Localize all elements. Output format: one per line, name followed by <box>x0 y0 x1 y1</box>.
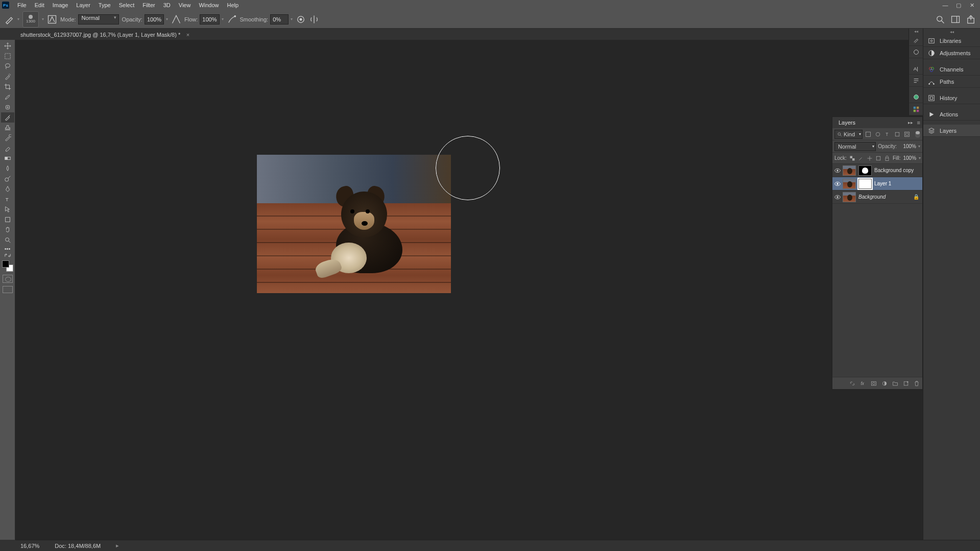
menu-edit[interactable]: Edit <box>31 2 49 8</box>
share-icon[interactable] <box>966 14 976 25</box>
move-tool[interactable] <box>1 41 14 51</box>
filter-shape-icon[interactable] <box>893 130 901 138</box>
status-flyout-icon[interactable]: ▸ <box>116 542 119 549</box>
smoothing-field[interactable]: 0% <box>270 14 289 25</box>
marquee-tool[interactable] <box>1 51 14 61</box>
healing-tool[interactable] <box>1 102 14 112</box>
layer-row[interactable]: Background 🔒 <box>832 190 922 204</box>
airbrush-icon[interactable] <box>227 14 237 25</box>
dock-layers[interactable]: Layers <box>923 125 980 137</box>
flow-field[interactable]: 100% <box>200 14 219 25</box>
type-tool[interactable]: T <box>1 194 14 204</box>
smoothing-options-icon[interactable] <box>296 14 306 25</box>
dodge-tool[interactable] <box>1 174 14 184</box>
layer-row[interactable]: Background copy <box>832 164 922 177</box>
menu-layer[interactable]: Layer <box>72 2 94 8</box>
panel-collapse-icon[interactable]: ▸▸ <box>908 120 913 125</box>
lock-position-icon[interactable] <box>867 155 873 162</box>
brush-settings-icon[interactable] <box>909 34 923 46</box>
layer-thumbnail[interactable] <box>843 192 856 202</box>
filter-type-icon[interactable]: T <box>883 130 892 138</box>
character-icon[interactable]: A| <box>909 62 923 75</box>
opacity-field[interactable]: 100% <box>145 14 164 25</box>
layer-thumbnail[interactable] <box>843 165 856 176</box>
mask-thumbnail[interactable] <box>858 179 872 189</box>
shape-tool[interactable] <box>1 214 14 225</box>
document-tab[interactable]: shutterstock_612937007.jpg @ 16,7% (Laye… <box>15 30 193 40</box>
history-brush-tool[interactable] <box>1 133 14 143</box>
lock-artboard-icon[interactable] <box>875 155 881 162</box>
delete-layer-icon[interactable] <box>913 380 920 387</box>
mask-thumbnail[interactable] <box>858 165 872 176</box>
paragraph-icon[interactable] <box>909 75 923 87</box>
fill-value[interactable]: 100% <box>903 155 916 161</box>
menu-view[interactable]: View <box>175 2 195 8</box>
dock-history[interactable]: History <box>923 92 980 104</box>
mini-dock-collapse[interactable]: ◂◂ <box>909 29 923 34</box>
filter-adjustment-icon[interactable] <box>874 130 882 138</box>
quick-mask-toggle[interactable] <box>3 275 13 283</box>
new-group-icon[interactable] <box>892 380 899 387</box>
menu-image[interactable]: Image <box>49 2 73 8</box>
visibility-toggle[interactable] <box>833 193 842 201</box>
opacity-value[interactable]: 100% <box>899 143 916 149</box>
zoom-tool[interactable] <box>1 235 14 245</box>
color-swatches[interactable] <box>2 260 13 272</box>
brush-tool[interactable] <box>1 112 14 123</box>
visibility-toggle[interactable] <box>833 166 842 175</box>
blur-tool[interactable] <box>1 163 14 174</box>
filter-pixel-icon[interactable] <box>864 130 872 138</box>
stamp-tool[interactable] <box>1 123 14 133</box>
menu-3d[interactable]: 3D <box>159 2 175 8</box>
dock-libraries[interactable]: Libraries <box>923 35 980 47</box>
swatches-icon[interactable] <box>909 103 923 115</box>
lock-all-icon[interactable] <box>884 155 890 162</box>
window-close[interactable]: ✕ <box>966 1 978 9</box>
symmetry-icon[interactable] <box>309 14 319 25</box>
layer-name[interactable]: Background copy <box>874 167 914 173</box>
layer-row[interactable]: Layer 1 <box>832 177 922 190</box>
lock-transparency-icon[interactable] <box>849 155 855 162</box>
menu-file[interactable]: File <box>13 2 31 8</box>
window-minimize[interactable]: — <box>939 1 951 9</box>
layers-tab[interactable]: Layers <box>835 119 858 126</box>
brushes-icon[interactable] <box>909 46 923 58</box>
filter-smart-icon[interactable] <box>903 130 911 138</box>
zoom-level[interactable]: 16,67% <box>20 543 39 549</box>
visibility-toggle[interactable] <box>833 180 842 188</box>
tool-preset-icon[interactable] <box>4 14 14 25</box>
window-maximize[interactable]: ▢ <box>952 1 965 9</box>
close-document-icon[interactable]: × <box>186 32 189 38</box>
layer-name[interactable]: Background <box>858 194 886 200</box>
layer-name[interactable]: Layer 1 <box>874 181 891 186</box>
link-layers-icon[interactable] <box>849 380 856 387</box>
workspace-icon[interactable] <box>950 14 961 25</box>
add-mask-icon[interactable] <box>870 380 877 387</box>
filter-toggle[interactable] <box>915 131 920 138</box>
dock-actions[interactable]: Actions <box>923 108 980 121</box>
right-dock-collapse[interactable]: ◂◂ <box>923 29 980 35</box>
pressure-opacity-icon[interactable] <box>171 14 181 25</box>
screen-mode-toggle[interactable] <box>3 286 13 293</box>
menu-select[interactable]: Select <box>115 2 139 8</box>
layer-style-icon[interactable]: fx <box>859 380 867 387</box>
foreground-color-swatch[interactable] <box>2 260 9 268</box>
color-icon[interactable] <box>909 91 923 103</box>
gradient-tool[interactable] <box>1 153 14 163</box>
brush-preset-picker[interactable]: 1300 <box>22 11 39 28</box>
lasso-tool[interactable] <box>1 61 14 71</box>
eyedropper-tool[interactable] <box>1 92 14 102</box>
path-select-tool[interactable] <box>1 204 14 214</box>
menu-window[interactable]: Window <box>195 2 223 8</box>
hand-tool[interactable] <box>1 225 14 235</box>
menu-filter[interactable]: Filter <box>138 2 159 8</box>
dock-paths[interactable]: Paths <box>923 76 980 88</box>
pen-tool[interactable] <box>1 184 14 194</box>
brush-panel-toggle[interactable] <box>47 14 57 25</box>
crop-tool[interactable] <box>1 82 14 92</box>
blend-mode-select[interactable]: Normal <box>834 142 876 151</box>
menu-type[interactable]: Type <box>94 2 115 8</box>
layer-thumbnail[interactable] <box>843 179 856 189</box>
dock-adjustments[interactable]: Adjustments <box>923 47 980 59</box>
quick-select-tool[interactable] <box>1 71 14 82</box>
